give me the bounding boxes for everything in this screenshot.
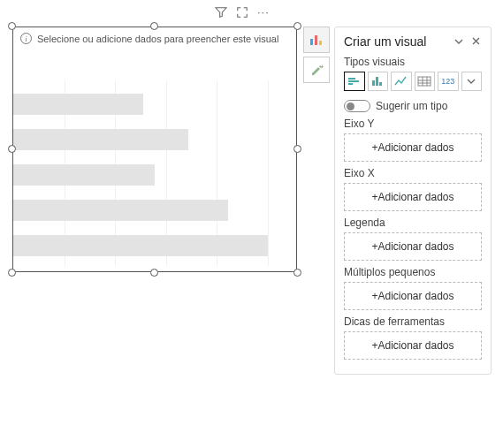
svg-rect-0: [310, 39, 313, 45]
suggest-toggle[interactable]: [344, 100, 370, 112]
panel-title: Criar um visual: [344, 34, 426, 49]
resize-handle[interactable]: [150, 22, 158, 30]
visual-toolbar: ···: [215, 5, 270, 19]
info-icon: i: [20, 33, 32, 44]
resize-handle[interactable]: [8, 22, 16, 30]
bar: [13, 235, 268, 256]
resize-handle[interactable]: [293, 145, 301, 153]
add-data-legenda[interactable]: +Adicionar dados: [344, 232, 482, 261]
bar: [13, 129, 188, 150]
add-data-eixo-y[interactable]: +Adicionar dados: [344, 133, 482, 162]
svg-rect-1: [315, 35, 317, 45]
visual-type-more[interactable]: [461, 72, 483, 91]
collapse-icon[interactable]: [453, 35, 465, 48]
visual-type-line[interactable]: [391, 72, 412, 91]
bar: [13, 164, 155, 186]
visual-type-card[interactable]: 123: [438, 72, 459, 91]
suggest-label: Sugerir um tipo: [376, 100, 447, 112]
close-icon[interactable]: [470, 35, 482, 48]
build-visual-panel: Criar um visual Tipos visuais 123 Sugeri…: [334, 27, 492, 375]
well-label: Legenda: [344, 216, 482, 229]
well-label: Dicas de ferramentas: [344, 315, 482, 328]
canvas-hint: i Selecione ou adicione dados para preen…: [20, 33, 278, 44]
more-options-icon[interactable]: ···: [257, 5, 270, 19]
visual-type-bar[interactable]: [368, 72, 389, 91]
resize-handle[interactable]: [8, 269, 16, 277]
visual-type-column[interactable]: [344, 72, 365, 91]
svg-rect-6: [348, 83, 353, 85]
visual-canvas-wrap: i Selecione ou adicione dados para preen…: [12, 27, 297, 272]
add-data-dicas[interactable]: +Adicionar dados: [344, 331, 482, 360]
placeholder-bars: [13, 94, 296, 270]
svg-rect-10: [418, 77, 431, 86]
visual-canvas[interactable]: i Selecione ou adicione dados para preen…: [12, 27, 297, 272]
svg-rect-7: [372, 80, 375, 86]
svg-rect-8: [376, 77, 378, 86]
visual-types-label: Tipos visuais: [344, 56, 482, 68]
suggest-row: Sugerir um tipo: [344, 100, 482, 112]
canvas-hint-text: Selecione ou adicione dados para preench…: [37, 34, 278, 44]
bar: [13, 200, 228, 221]
filter-icon[interactable]: [215, 6, 227, 19]
focus-mode-icon[interactable]: [236, 6, 248, 19]
format-visual-tab[interactable]: +: [303, 57, 330, 83]
visual-type-table[interactable]: [415, 72, 436, 91]
svg-rect-4: [348, 78, 355, 80]
add-data-multiplos[interactable]: +Adicionar dados: [344, 282, 482, 310]
well-label: Eixo X: [344, 167, 482, 179]
svg-rect-2: [319, 41, 322, 45]
side-tool-strip: +: [303, 27, 330, 83]
svg-rect-9: [379, 82, 382, 86]
well-label: Eixo Y: [344, 118, 482, 130]
build-visual-tab[interactable]: [303, 27, 330, 53]
bar: [13, 94, 143, 115]
visual-types-row: 123: [344, 72, 482, 91]
resize-handle[interactable]: [150, 269, 158, 277]
panel-header: Criar um visual: [344, 34, 482, 49]
add-data-eixo-x[interactable]: +Adicionar dados: [344, 183, 482, 211]
well-label: Múltiplos pequenos: [344, 266, 482, 278]
resize-handle[interactable]: [8, 145, 16, 153]
resize-handle[interactable]: [293, 22, 301, 30]
svg-rect-5: [348, 80, 359, 82]
resize-handle[interactable]: [293, 269, 301, 277]
svg-text:+: +: [320, 63, 324, 71]
